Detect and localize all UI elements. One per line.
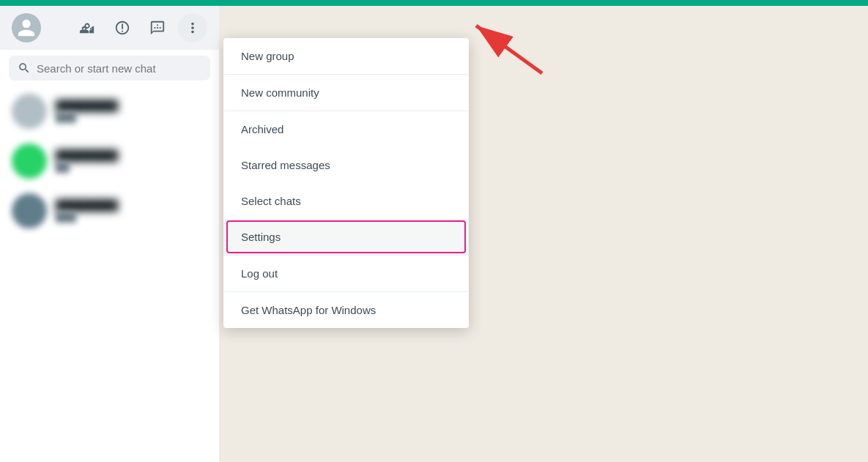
header-icons (73, 13, 207, 42)
chat-name: ████████ (56, 100, 207, 112)
sidebar: ████████ ███ ████████ ██ ████████ ███ (0, 6, 220, 462)
dropdown-menu: New group New community Archived Starred… (223, 38, 469, 328)
chat-info: ████████ ██ (56, 149, 207, 173)
chat-avatar (12, 144, 47, 179)
more-options-button[interactable] (178, 13, 207, 42)
top-bar (0, 0, 868, 6)
search-input[interactable] (37, 62, 201, 75)
search-bar (0, 50, 219, 86)
search-icon (18, 62, 31, 75)
menu-item-settings[interactable]: Settings (223, 219, 469, 255)
chat-info: ████████ ███ (56, 100, 207, 123)
menu-item-log-out[interactable]: Log out (223, 256, 469, 291)
chat-avatar (12, 193, 47, 228)
list-item[interactable]: ████████ ███ (0, 86, 219, 136)
chat-avatar (12, 94, 47, 129)
list-item[interactable]: ████████ ██ (0, 136, 219, 186)
menu-item-starred-messages[interactable]: Starred messages (223, 147, 469, 183)
sidebar-header (0, 6, 219, 50)
chat-preview: ███ (56, 112, 207, 123)
menu-item-archived[interactable]: Archived (223, 111, 469, 147)
new-chat-icon-button[interactable] (143, 13, 172, 42)
menu-item-new-group[interactable]: New group (223, 38, 469, 74)
menu-item-select-chats[interactable]: Select chats (223, 183, 469, 219)
menu-item-new-community[interactable]: New community (223, 75, 469, 111)
chat-info: ████████ ███ (56, 199, 207, 223)
list-item[interactable]: ████████ ███ (0, 186, 219, 236)
chat-preview: ███ (56, 212, 207, 223)
search-wrapper[interactable] (9, 56, 210, 81)
chat-preview: ██ (56, 162, 207, 173)
chat-name: ████████ (56, 149, 207, 162)
chat-list: ████████ ███ ████████ ██ ████████ ███ (0, 86, 219, 462)
avatar[interactable] (12, 13, 41, 42)
status-icon-button[interactable] (108, 13, 137, 42)
chat-name: ████████ (56, 199, 207, 212)
communities-icon-button[interactable] (73, 13, 102, 42)
menu-item-get-whatsapp-windows[interactable]: Get WhatsApp for Windows (223, 292, 469, 328)
